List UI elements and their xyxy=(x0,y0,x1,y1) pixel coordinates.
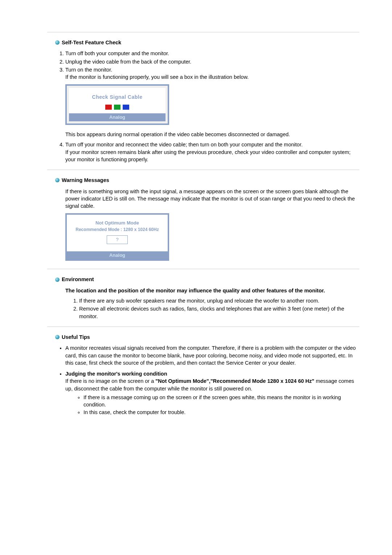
not-optimum-line1: Not Optimum Mode xyxy=(69,220,166,226)
heading-text: Warning Messages xyxy=(62,177,109,184)
self-test-heading: Self-Test Feature Check xyxy=(47,39,359,46)
tip-item: Judging the monitor's working condition … xyxy=(65,370,359,416)
heading-text: Self-Test Feature Check xyxy=(62,39,121,46)
not-optimum-line2: Recommended Mode : 1280 x 1024 60Hz xyxy=(69,227,166,233)
warning-paragraph: If there is something wrong with the inp… xyxy=(65,188,359,210)
tip-sublist: If there is a message coming up on the s… xyxy=(76,394,359,416)
warning-heading: Warning Messages xyxy=(47,177,359,184)
divider xyxy=(47,327,359,327)
tip-item: A monitor recreates visual signals recei… xyxy=(65,344,359,366)
env-item: If there are any sub woofer speakers nea… xyxy=(79,297,359,304)
tip-subitem: In this case, check the computer for tro… xyxy=(83,409,359,416)
step-item: Turn on the monitor. If the monitor is f… xyxy=(65,66,359,138)
tip-subitem: If there is a message coming up on the s… xyxy=(83,394,359,409)
analog-label: Analog xyxy=(69,113,166,121)
step-item: Turn off both your computer and the moni… xyxy=(65,50,359,57)
rgb-squares xyxy=(69,105,166,110)
environment-intro: The location and the position of the mon… xyxy=(65,287,359,294)
orb-icon xyxy=(55,335,60,339)
red-square-icon xyxy=(105,105,112,110)
tip-subhead: Judging the monitor's working condition xyxy=(65,371,167,377)
orb-icon xyxy=(55,178,60,182)
signal-text: Check Signal Cable xyxy=(69,94,166,101)
heading-text: Environment xyxy=(62,276,94,283)
step-item: Unplug the video cable from the back of … xyxy=(65,58,359,65)
heading-text: Useful Tips xyxy=(62,333,90,341)
tips-list: A monitor recreates visual signals recei… xyxy=(57,344,359,416)
self-test-steps: Turn off both your computer and the moni… xyxy=(47,50,359,163)
analog-label: Analog xyxy=(67,251,168,259)
useful-tips-heading: Useful Tips xyxy=(47,333,359,341)
divider xyxy=(47,32,359,32)
divider xyxy=(47,269,359,269)
blue-square-icon xyxy=(123,105,129,110)
warning-body: If there is something wrong with the inp… xyxy=(65,188,359,261)
green-square-icon xyxy=(114,105,121,110)
environment-heading: Environment xyxy=(47,276,359,283)
not-optimum-illustration: Not Optimum Mode Recommended Mode : 1280… xyxy=(65,213,169,261)
orb-icon xyxy=(55,278,60,282)
env-item: Remove all electronic devices such as ra… xyxy=(79,305,359,320)
question-box: ? xyxy=(107,235,128,244)
environment-body: The location and the position of the mon… xyxy=(65,287,359,320)
document-page: Self-Test Feature Check Turn off both yo… xyxy=(18,0,374,434)
step-item: Turn off your monitor and reconnect the … xyxy=(65,141,359,163)
check-signal-illustration: Check Signal Cable Analog xyxy=(65,84,169,125)
divider xyxy=(47,170,359,170)
environment-list: If there are any sub woofer speakers nea… xyxy=(65,297,359,320)
orb-icon xyxy=(55,40,60,45)
step-note: This box appears during normal operation… xyxy=(65,131,359,138)
